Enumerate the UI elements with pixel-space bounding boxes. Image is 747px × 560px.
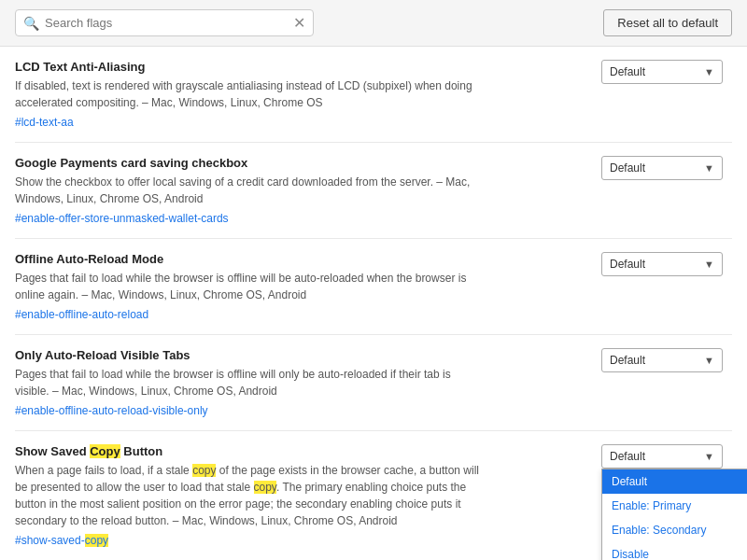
dropdown-open[interactable]: Default ▼ xyxy=(601,444,723,469)
flag-link[interactable]: #enable-offline-auto-reload-visible-only xyxy=(15,404,208,417)
flag-item-payments: Google Payments card saving checkbox Sho… xyxy=(15,143,732,239)
chevron-down-icon: ▼ xyxy=(704,259,714,270)
flag-desc: Pages that fail to load while the browse… xyxy=(15,270,482,303)
dropdown[interactable]: Default ▼ xyxy=(601,348,723,372)
highlight-copy-1: copy xyxy=(192,464,216,477)
clear-icon[interactable]: ✕ xyxy=(293,14,305,32)
flag-item-lcd-text: LCD Text Anti-Aliasing If disabled, text… xyxy=(15,47,732,143)
flag-control-show-saved-copy: Default ▼ Default Enable: Primary Enable… xyxy=(601,444,732,469)
dropdown[interactable]: Default ▼ xyxy=(601,252,723,276)
highlight-copy-2: copy xyxy=(254,481,276,494)
search-box: 🔍 ✕ xyxy=(15,9,314,36)
flag-title: Only Auto-Reload Visible Tabs xyxy=(15,348,482,362)
dropdown-value: Default xyxy=(610,161,645,175)
flag-item-offline-auto-reload: Offline Auto-Reload Mode Pages that fail… xyxy=(15,239,732,335)
flag-control: Default ▼ xyxy=(601,60,732,84)
top-bar: 🔍 ✕ Reset all to default xyxy=(0,0,747,47)
flag-content: Show Saved Copy Button When a page fails… xyxy=(15,444,482,547)
dropdown[interactable]: Default ▼ xyxy=(601,156,723,180)
flag-control: Default ▼ xyxy=(601,348,732,372)
dropdown-value: Default xyxy=(610,354,645,367)
dropdown-option-enable-primary[interactable]: Enable: Primary xyxy=(602,494,747,518)
dropdown-option-default[interactable]: Default xyxy=(602,469,747,494)
dropdown-menu: Default Enable: Primary Enable: Secondar… xyxy=(601,469,747,560)
dropdown-value: Default xyxy=(610,258,645,271)
flag-desc: Show the checkbox to offer local saving … xyxy=(15,174,482,207)
flag-link[interactable]: #enable-offline-auto-reload xyxy=(15,308,148,321)
flag-control: Default ▼ xyxy=(601,252,732,276)
flag-item-offline-visible: Only Auto-Reload Visible Tabs Pages that… xyxy=(15,335,732,431)
dropdown[interactable]: Default ▼ xyxy=(601,60,723,84)
dropdown-option-disable[interactable]: Disable xyxy=(602,542,747,560)
flag-content: Only Auto-Reload Visible Tabs Pages that… xyxy=(15,348,482,417)
reset-all-button[interactable]: Reset all to default xyxy=(603,9,732,36)
chevron-down-icon: ▼ xyxy=(704,162,714,174)
dropdown-value: Default xyxy=(610,450,645,463)
highlight-copy-title: Copy xyxy=(90,444,120,458)
flag-control: Default ▼ xyxy=(601,156,732,180)
dropdown-value: Default xyxy=(610,65,645,78)
highlight-copy-link: copy xyxy=(85,534,108,547)
flag-desc: Pages that fail to load while the browse… xyxy=(15,366,482,399)
flag-title: Offline Auto-Reload Mode xyxy=(15,252,482,266)
flag-desc: When a page fails to load, if a stale co… xyxy=(15,462,482,529)
flag-content: Offline Auto-Reload Mode Pages that fail… xyxy=(15,252,482,321)
search-input[interactable] xyxy=(45,16,288,30)
flag-link[interactable]: #enable-offer-store-unmasked-wallet-card… xyxy=(15,212,229,225)
chevron-down-icon: ▼ xyxy=(704,451,714,462)
flags-list: LCD Text Anti-Aliasing If disabled, text… xyxy=(0,47,747,560)
flag-link[interactable]: #lcd-text-aa xyxy=(15,116,74,129)
dropdown-option-enable-secondary[interactable]: Enable: Secondary xyxy=(602,518,747,542)
chevron-down-icon: ▼ xyxy=(704,66,714,77)
flag-desc: If disabled, text is rendered with grays… xyxy=(15,77,482,111)
chevron-down-icon: ▼ xyxy=(704,355,714,366)
flag-title: Google Payments card saving checkbox xyxy=(15,156,482,170)
flag-link[interactable]: #show-saved-copy xyxy=(15,534,108,547)
flag-item-show-saved-copy: Show Saved Copy Button When a page fails… xyxy=(15,431,732,560)
search-icon: 🔍 xyxy=(23,16,39,31)
flag-content: Google Payments card saving checkbox Sho… xyxy=(15,156,482,225)
flag-title: Show Saved Copy Button xyxy=(15,444,482,458)
flag-title: LCD Text Anti-Aliasing xyxy=(15,60,482,74)
flag-content: LCD Text Anti-Aliasing If disabled, text… xyxy=(15,60,482,129)
